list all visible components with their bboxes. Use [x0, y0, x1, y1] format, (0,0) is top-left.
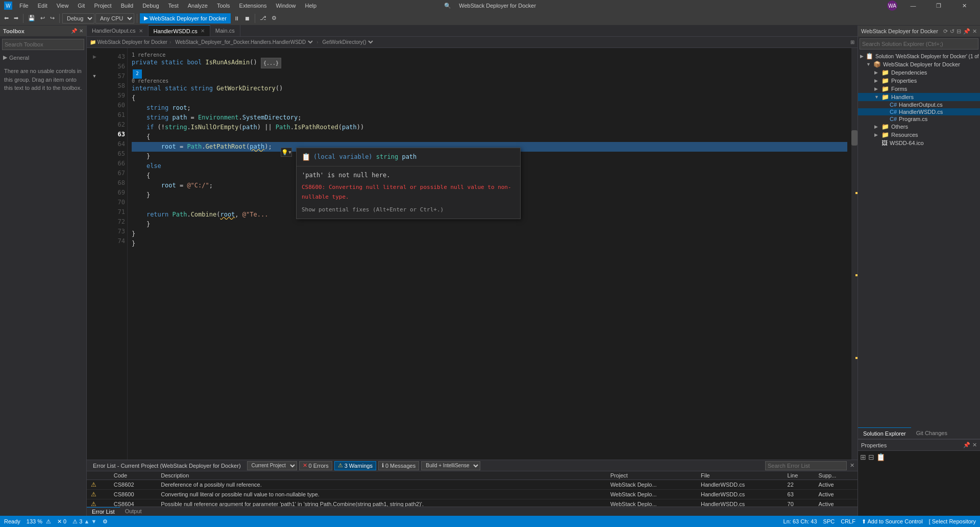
build-filter-select[interactable]: Build + IntelliSense: [421, 461, 480, 470]
scope-select[interactable]: Current Project: [247, 461, 297, 470]
props-cat-icon[interactable]: ⊞: [860, 453, 866, 461]
menu-analyze[interactable]: Analyze: [184, 2, 212, 10]
se-pin-icon[interactable]: 📌: [963, 28, 970, 35]
tab-main[interactable]: Main.cs: [210, 25, 240, 36]
tree-dependencies[interactable]: ▶ 📁 Dependencies: [858, 68, 980, 77]
toolbar-back[interactable]: ⬅: [2, 14, 11, 22]
toolbar-undo[interactable]: ↩: [38, 14, 47, 22]
error-row-3[interactable]: ⚠ CS8604 Possible null reference argumen…: [87, 499, 857, 507]
tree-project[interactable]: ▼ 📦 WebStack Deployer for Docker: [858, 60, 980, 68]
se-close-icon[interactable]: ✕: [972, 28, 977, 35]
status-add-source[interactable]: ⬆ Add to Source Control: [862, 518, 923, 525]
code-line-59: string root ;: [132, 103, 847, 113]
lightbulb-dropdown[interactable]: ▼: [288, 148, 291, 157]
tab-solution-explorer[interactable]: Solution Explorer: [858, 427, 911, 439]
debug-mode-select[interactable]: Debug: [62, 13, 94, 23]
se-refresh-icon[interactable]: ↺: [950, 28, 954, 35]
col-file[interactable]: File: [697, 471, 783, 480]
lightbulb-button[interactable]: 💡▼: [281, 148, 292, 157]
error-panel-close[interactable]: ✕: [850, 462, 854, 469]
menu-build[interactable]: Build: [117, 2, 137, 10]
toolbar-forward[interactable]: ➡: [12, 14, 20, 22]
toolbar-save[interactable]: 💾: [26, 14, 37, 22]
col-code[interactable]: Code: [110, 471, 157, 480]
tree-solution[interactable]: ▶ 📋 Solution 'WebStack Deployer for Dock…: [858, 52, 980, 60]
maximize-button[interactable]: ❐: [927, 0, 950, 11]
nav-namespace-select[interactable]: WebStack_Deployer_for_Docker.Handlers.Ha…: [173, 39, 314, 45]
tree-others[interactable]: ▶ 📁 Others: [858, 123, 980, 131]
col-supp[interactable]: Supp...: [815, 471, 857, 480]
expand-icon[interactable]: ⊞: [850, 39, 854, 45]
toolbar-git[interactable]: ⎇: [258, 14, 268, 22]
minimize-button[interactable]: —: [901, 0, 925, 11]
error-row-1[interactable]: ⚠ CS8602 Dereference of a possibly null …: [87, 480, 857, 490]
toolbar-more[interactable]: ⚙: [270, 14, 279, 22]
output-tab-errorlist[interactable]: Error List: [87, 507, 120, 516]
menu-test[interactable]: Test: [164, 2, 183, 10]
toolbar-pause[interactable]: ⏸: [232, 14, 241, 22]
menu-project[interactable]: Project: [90, 2, 115, 10]
scrollbar-thumb[interactable]: [851, 130, 857, 146]
paren8: );: [264, 142, 272, 152]
menu-tools[interactable]: Tools: [213, 2, 234, 10]
tree-handleroutput[interactable]: C# HandlerOutput.cs: [858, 101, 980, 108]
status-build[interactable]: ⚙: [103, 518, 108, 525]
se-filter-icon[interactable]: ⊟: [957, 28, 961, 35]
menu-file[interactable]: File: [15, 2, 33, 10]
menu-help[interactable]: Help: [301, 2, 321, 10]
brace7: }: [132, 229, 135, 239]
menu-debug[interactable]: Debug: [138, 2, 163, 10]
collapsed-block[interactable]: {...}: [261, 58, 281, 68]
tab-handler-wsdd[interactable]: HandlerWSDD.cs ✕: [149, 25, 210, 36]
tree-handlers[interactable]: ▼ 📁 Handlers: [858, 93, 980, 101]
toolbox-search-input[interactable]: [2, 39, 84, 50]
close-button[interactable]: ✕: [952, 0, 976, 11]
tree-forms[interactable]: ▶ 📁 Forms: [858, 85, 980, 93]
error-search-input[interactable]: [765, 461, 847, 470]
errors-filter[interactable]: ✕ 0 Errors: [299, 461, 332, 470]
menu-extensions[interactable]: Extensions: [235, 2, 271, 10]
linenum-58: 58: [104, 81, 125, 91]
method-ispathrooted: IsPathRooted: [294, 123, 338, 132]
status-select-repo[interactable]: [ Select Repository: [929, 518, 976, 524]
collapse-57[interactable]: ▼: [92, 71, 97, 81]
col-desc[interactable]: Description: [157, 471, 606, 480]
tab-close-handler-wsdd[interactable]: ✕: [201, 28, 205, 34]
col-line[interactable]: Line: [783, 471, 815, 480]
menu-window[interactable]: Window: [272, 2, 300, 10]
error-row-2[interactable]: ⚠ CS8600 Converting null literal or poss…: [87, 490, 857, 499]
run-button[interactable]: ▶ WebStack Deployer for Docker: [140, 13, 231, 23]
tree-handlerwsdd[interactable]: C# HandlerWSDD.cs: [858, 108, 980, 115]
se-search-input[interactable]: [860, 38, 978, 50]
tab-close-handler-output[interactable]: ✕: [139, 28, 143, 34]
toolbox-pin[interactable]: 📌: [71, 28, 77, 34]
tree-resources[interactable]: ▶ 📁 Resources: [858, 131, 980, 139]
nav-method-select[interactable]: GetWorkDirectory(): [321, 39, 375, 45]
warnings-filter[interactable]: ⚠ 3 Warnings: [334, 461, 376, 470]
menu-view[interactable]: View: [53, 2, 73, 10]
tree-properties[interactable]: ▶ 📁 Properties: [858, 77, 980, 85]
tab-git-changes[interactable]: Git Changes: [911, 427, 952, 439]
menu-edit[interactable]: Edit: [34, 2, 52, 10]
col-project[interactable]: Project: [606, 471, 697, 480]
tree-wsdd-ico[interactable]: 🖼 WSDD-64.ico: [858, 139, 980, 147]
toolbar-stop[interactable]: ⏹: [242, 14, 252, 22]
messages-filter[interactable]: ℹ 0 Messages: [378, 461, 419, 470]
popup-fix-link[interactable]: Show potential fixes (Alt+Enter or Ctrl+…: [302, 205, 515, 214]
props-close[interactable]: ✕: [972, 442, 977, 448]
toolbar-redo[interactable]: ↪: [48, 14, 57, 22]
tree-program[interactable]: C# Program.cs: [858, 115, 980, 123]
toolbox-general-section[interactable]: ▶ General: [0, 52, 86, 63]
props-prop-icon[interactable]: 📋: [876, 453, 885, 461]
props-pin[interactable]: 📌: [963, 442, 970, 448]
code-area[interactable]: 1 reference private static bool IsRunAsA…: [128, 48, 851, 460]
platform-select[interactable]: Any CPU: [95, 13, 134, 23]
toolbox-close[interactable]: ✕: [79, 28, 83, 34]
se-sync-icon[interactable]: ⟳: [943, 28, 948, 35]
menu-git[interactable]: Git: [74, 2, 89, 10]
props-alpha-icon[interactable]: ⊟: [868, 453, 874, 461]
se-controls: ⟳ ↺ ⊟ 📌 ✕: [943, 28, 977, 35]
output-tab-output[interactable]: Output: [120, 507, 147, 516]
editor-scrollbar[interactable]: [851, 48, 857, 460]
tab-handler-output[interactable]: HandlerOutput.cs ✕: [87, 25, 149, 36]
